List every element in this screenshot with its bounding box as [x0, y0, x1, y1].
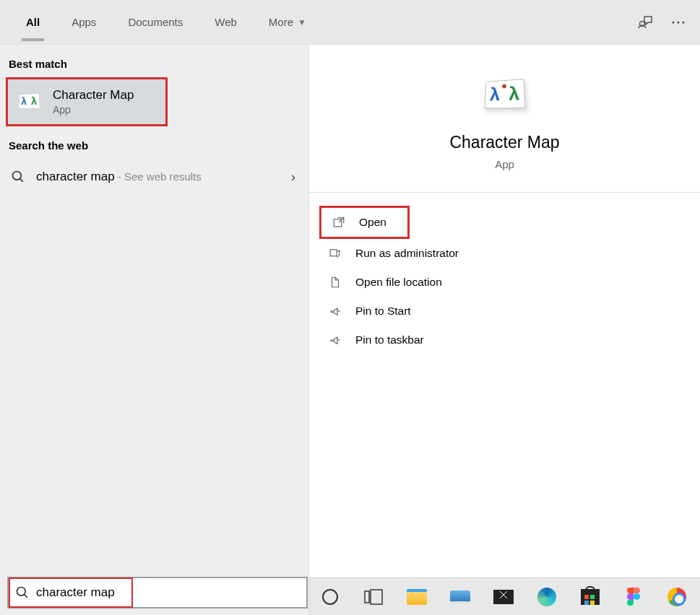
action-open-label: Open [359, 216, 386, 229]
shield-admin-icon [328, 246, 342, 261]
svg-point-2 [677, 21, 679, 23]
character-map-icon: λλ [17, 89, 43, 115]
svg-point-10 [17, 588, 26, 596]
figma-icon[interactable] [623, 586, 644, 608]
result-character-map[interactable]: λλ Character Map App [6, 77, 168, 126]
cortana-icon[interactable] [319, 586, 341, 608]
result-title: Character Map [53, 88, 134, 102]
actions-list: Open Run as administrator Open file loca… [309, 193, 700, 367]
svg-rect-7 [330, 250, 337, 256]
file-explorer-icon[interactable] [406, 586, 428, 608]
character-map-large-icon: λλ [480, 74, 530, 117]
web-query-text: character map [36, 170, 115, 183]
svg-point-4 [13, 172, 22, 180]
action-run-admin-label: Run as administrator [355, 247, 459, 260]
svg-point-3 [682, 21, 684, 23]
pin-taskbar-icon [328, 333, 342, 347]
on-screen-keyboard-icon[interactable] [449, 586, 471, 608]
tab-web[interactable]: Web [203, 3, 249, 41]
results-body: Best match λλ Character Map App Search t… [0, 45, 700, 615]
action-pin-start[interactable]: Pin to Start [318, 297, 691, 326]
web-result-row[interactable]: character map - See web results › [0, 159, 308, 195]
detail-pane: λλ Character Map App Open Run as adminis… [309, 45, 700, 615]
svg-rect-12 [365, 591, 369, 603]
chevron-right-icon: › [291, 170, 295, 185]
more-options-icon[interactable] [670, 14, 687, 31]
svg-rect-13 [371, 590, 382, 604]
result-subtitle: App [53, 104, 134, 115]
search-icon [14, 585, 30, 601]
search-input[interactable] [36, 585, 301, 600]
start-search-panel: All Apps Documents Web More ▼ Bes [0, 0, 700, 615]
mail-icon[interactable] [493, 586, 514, 608]
action-pin-start-label: Pin to Start [355, 305, 411, 318]
task-view-icon[interactable] [363, 586, 384, 608]
svg-point-1 [672, 21, 674, 23]
chrome-icon[interactable] [666, 586, 688, 608]
tab-documents[interactable]: Documents [116, 3, 194, 41]
tab-all[interactable]: All [14, 3, 51, 41]
detail-title: Character Map [449, 133, 559, 152]
best-match-header: Best match [0, 45, 308, 77]
detail-header: λλ Character Map App [309, 45, 700, 193]
action-open-location-label: Open file location [355, 276, 442, 289]
microsoft-store-icon[interactable] [579, 586, 601, 608]
detail-subtitle: App [495, 158, 514, 170]
tab-apps[interactable]: Apps [60, 3, 108, 41]
action-open[interactable]: Open [319, 206, 410, 239]
open-icon [332, 215, 346, 230]
action-run-admin[interactable]: Run as administrator [318, 239, 691, 268]
action-pin-taskbar-label: Pin to taskbar [355, 333, 424, 346]
search-web-header: Search the web [0, 126, 308, 159]
pin-start-icon [328, 304, 342, 318]
tab-more[interactable]: More ▼ [257, 3, 318, 41]
web-suffix-text: - See web results [115, 170, 202, 183]
search-icon [10, 169, 26, 185]
chevron-down-icon: ▼ [298, 17, 306, 27]
search-bar[interactable] [7, 577, 308, 609]
folder-location-icon [328, 275, 342, 289]
taskbar [309, 577, 700, 615]
action-pin-taskbar[interactable]: Pin to taskbar [318, 326, 691, 354]
results-left-pane: Best match λλ Character Map App Search t… [0, 45, 309, 615]
action-open-location[interactable]: Open file location [318, 268, 691, 297]
svg-line-5 [20, 179, 23, 182]
tab-more-label: More [269, 16, 293, 28]
feedback-icon[interactable] [636, 14, 654, 31]
filter-tabs-row: All Apps Documents Web More ▼ [0, 0, 700, 45]
svg-line-11 [25, 595, 27, 598]
edge-icon[interactable] [536, 586, 558, 608]
